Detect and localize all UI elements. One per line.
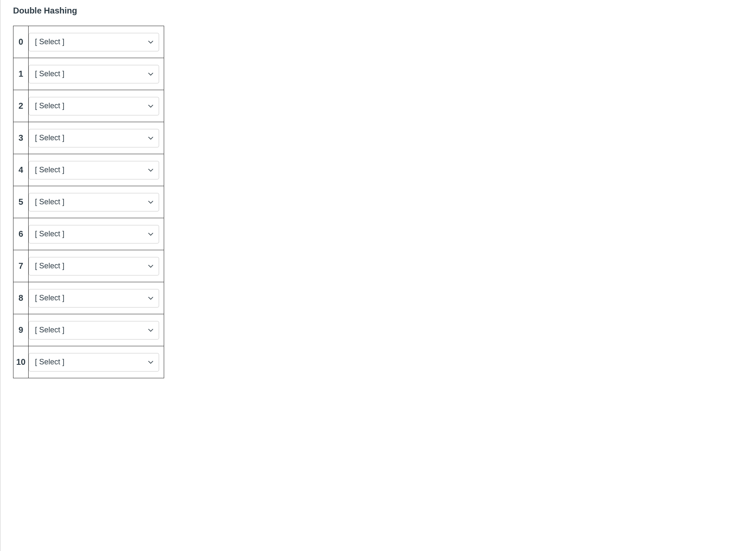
- select-dropdown-9[interactable]: [ Select ]: [29, 321, 159, 340]
- chevron-down-icon: [148, 103, 154, 109]
- chevron-down-icon: [148, 199, 154, 205]
- select-cell: [ Select ]: [29, 122, 164, 154]
- select-dropdown-7[interactable]: [ Select ]: [29, 257, 159, 276]
- select-cell: [ Select ]: [29, 58, 164, 90]
- select-dropdown-3[interactable]: [ Select ]: [29, 129, 159, 147]
- select-dropdown-10[interactable]: [ Select ]: [29, 353, 159, 372]
- chevron-down-icon: [148, 135, 154, 141]
- select-placeholder-label: [ Select ]: [35, 326, 64, 334]
- chevron-down-icon: [148, 327, 154, 333]
- select-cell: [ Select ]: [29, 250, 164, 282]
- chevron-down-icon: [148, 295, 154, 301]
- hash-table: 0[ Select ]1[ Select ]2[ Select ]3[ Sele…: [13, 26, 164, 378]
- section-title: Double Hashing: [13, 6, 756, 16]
- select-placeholder-label: [ Select ]: [35, 37, 64, 46]
- select-placeholder-label: [ Select ]: [35, 358, 64, 366]
- chevron-down-icon: [148, 39, 154, 45]
- chevron-down-icon: [148, 71, 154, 77]
- table-row: 2[ Select ]: [13, 90, 164, 122]
- select-placeholder-label: [ Select ]: [35, 198, 64, 206]
- select-placeholder-label: [ Select ]: [35, 166, 64, 174]
- select-cell: [ Select ]: [29, 154, 164, 186]
- table-row: 9[ Select ]: [13, 314, 164, 346]
- question-section: Double Hashing 0[ Select ]1[ Select ]2[ …: [0, 0, 756, 551]
- index-cell: 0: [13, 26, 29, 58]
- table-row: 7[ Select ]: [13, 250, 164, 282]
- table-row: 1[ Select ]: [13, 58, 164, 90]
- select-placeholder-label: [ Select ]: [35, 70, 64, 78]
- index-cell: 4: [13, 154, 29, 186]
- select-dropdown-5[interactable]: [ Select ]: [29, 193, 159, 211]
- select-cell: [ Select ]: [29, 282, 164, 314]
- select-dropdown-8[interactable]: [ Select ]: [29, 289, 159, 308]
- table-row: 6[ Select ]: [13, 218, 164, 250]
- select-cell: [ Select ]: [29, 26, 164, 58]
- table-row: 10[ Select ]: [13, 346, 164, 378]
- select-cell: [ Select ]: [29, 186, 164, 218]
- select-dropdown-2[interactable]: [ Select ]: [29, 97, 159, 115]
- select-cell: [ Select ]: [29, 314, 164, 346]
- table-row: 5[ Select ]: [13, 186, 164, 218]
- index-cell: 8: [13, 282, 29, 314]
- select-placeholder-label: [ Select ]: [35, 230, 64, 238]
- index-cell: 6: [13, 218, 29, 250]
- index-cell: 9: [13, 314, 29, 346]
- select-cell: [ Select ]: [29, 90, 164, 122]
- index-cell: 2: [13, 90, 29, 122]
- index-cell: 7: [13, 250, 29, 282]
- hash-table-body: 0[ Select ]1[ Select ]2[ Select ]3[ Sele…: [13, 26, 164, 378]
- select-placeholder-label: [ Select ]: [35, 134, 64, 142]
- index-cell: 10: [13, 346, 29, 378]
- table-row: 0[ Select ]: [13, 26, 164, 58]
- select-placeholder-label: [ Select ]: [35, 102, 64, 110]
- chevron-down-icon: [148, 167, 154, 173]
- chevron-down-icon: [148, 231, 154, 237]
- table-row: 3[ Select ]: [13, 122, 164, 154]
- select-cell: [ Select ]: [29, 218, 164, 250]
- select-placeholder-label: [ Select ]: [35, 262, 64, 270]
- index-cell: 1: [13, 58, 29, 90]
- table-row: 8[ Select ]: [13, 282, 164, 314]
- select-dropdown-4[interactable]: [ Select ]: [29, 161, 159, 179]
- select-placeholder-label: [ Select ]: [35, 294, 64, 302]
- select-cell: [ Select ]: [29, 346, 164, 378]
- table-row: 4[ Select ]: [13, 154, 164, 186]
- index-cell: 3: [13, 122, 29, 154]
- select-dropdown-1[interactable]: [ Select ]: [29, 65, 159, 83]
- chevron-down-icon: [148, 263, 154, 269]
- index-cell: 5: [13, 186, 29, 218]
- select-dropdown-6[interactable]: [ Select ]: [29, 225, 159, 243]
- chevron-down-icon: [148, 359, 154, 365]
- select-dropdown-0[interactable]: [ Select ]: [29, 33, 159, 51]
